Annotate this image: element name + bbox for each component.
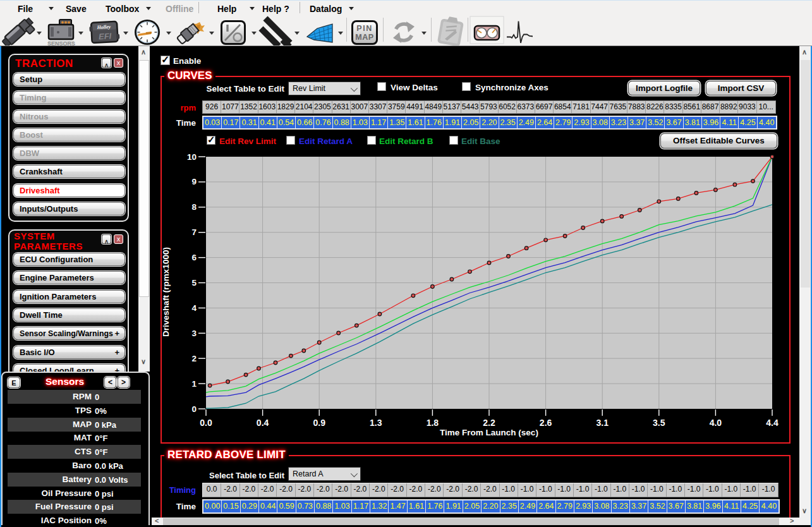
svg-text:Holley: Holley — [96, 24, 111, 30]
svg-text:MAP: MAP — [355, 33, 373, 42]
svg-text:EFI: EFI — [99, 31, 112, 41]
svg-text:PIN: PIN — [356, 24, 372, 33]
svg-text:SENSORS: SENSORS — [47, 40, 75, 45]
